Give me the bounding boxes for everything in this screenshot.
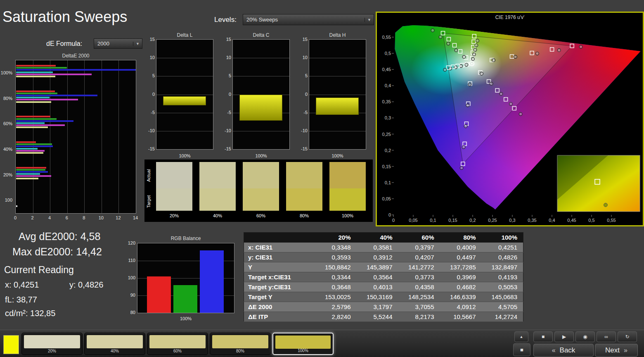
stop-button[interactable]: ■ — [533, 331, 553, 342]
patch-color-20% — [24, 335, 80, 348]
row-label: Target Y — [244, 292, 315, 302]
current-fl: fL: 38,77 — [5, 295, 37, 305]
y-tick-label: 5 — [145, 73, 155, 79]
patch-button-20%[interactable]: 20% — [21, 333, 83, 355]
row-label: y: CIE31 — [244, 252, 315, 262]
y-tick-label: -15 — [298, 146, 308, 152]
next-button[interactable]: Next » — [595, 344, 638, 357]
bar-white-100 — [16, 205, 17, 207]
bar-green-80% — [16, 93, 57, 94]
patch-label-60%: 60% — [147, 349, 208, 353]
active-patch-swatch[interactable] — [3, 335, 19, 354]
y-tick-label: 10 — [145, 55, 155, 60]
bar-red-20% — [16, 167, 46, 169]
bar-magenta-100% — [16, 74, 92, 75]
y-tick-label: 0,05 — [382, 196, 391, 201]
x-tick-label: 14 — [131, 215, 140, 221]
measured-marker-blue-100 — [460, 167, 463, 170]
x-tick-label: 0 — [11, 215, 19, 221]
patch-button-80%[interactable]: 80% — [210, 333, 271, 355]
swatch-column-80%: 80% — [286, 162, 322, 218]
x-tick-label: 0,35 — [528, 218, 536, 223]
gridline — [67, 60, 68, 213]
table-cell: 0,3797 — [398, 243, 440, 252]
swatch-column-100%: 100% — [329, 162, 366, 218]
chevron-down-icon: ▼ — [365, 18, 374, 22]
table-row: Target x:CIE310,33440,35640,37730,39690,… — [244, 272, 523, 282]
bar-yellow-100% — [16, 76, 55, 77]
gridline — [118, 60, 119, 213]
patch-button-40%[interactable]: 40% — [84, 333, 145, 355]
column-header-60%: 60% — [398, 233, 440, 243]
swatch-target-20% — [156, 188, 192, 211]
actual-target-strip: Actual Target 20%40%60%80%100% — [144, 159, 373, 222]
levels-dropdown[interactable]: 20% Sweeps ▼ — [243, 14, 374, 25]
current-x: x: 0,4251 — [5, 280, 39, 290]
table-cell: 0,4826 — [482, 252, 523, 262]
refresh-icon: ↻ — [625, 334, 629, 340]
rgb-balance-title: RGB Balance — [137, 236, 234, 241]
patch-button-100%[interactable]: 100% — [272, 333, 334, 355]
table-cell: 0,4497 — [440, 252, 482, 262]
deltae2000-y-axis: 100%80%60%40%20%100 — [1, 60, 14, 214]
gridline — [33, 60, 33, 213]
y-tick-label: 0,1 — [385, 180, 391, 185]
play-button[interactable]: ▶ — [554, 331, 574, 342]
current-reading-label: Current Reading — [4, 264, 74, 276]
bar-green-20% — [16, 169, 45, 171]
chevron-right-icon: » — [624, 347, 627, 354]
table-cell: 145,0683 — [482, 292, 523, 302]
table-corner — [244, 233, 315, 243]
transport-controls: ■▶◉∞↻ — [533, 331, 639, 343]
bar-red-100% — [16, 65, 56, 67]
delta-c-title: Delta C — [232, 32, 290, 38]
gridline — [102, 60, 102, 213]
current-cdm2: cd/m²: 132,85 — [5, 309, 55, 318]
row-label: ΔE 2000 — [244, 302, 315, 312]
y-tick-label: 110 — [124, 257, 135, 263]
table-cell: 0,4009 — [440, 243, 482, 252]
table-cell: 4,5705 — [482, 302, 523, 312]
zoom-inset-measured-dot — [604, 203, 608, 207]
patch-button-60%[interactable]: 60% — [147, 333, 208, 355]
delta-c-bar — [239, 95, 282, 121]
measured-marker-yellow-60 — [474, 48, 477, 52]
x-axis-label: 100% — [309, 153, 366, 159]
deltae2000-x-axis: 02468101214 — [15, 215, 136, 221]
de-formula-dropdown[interactable]: 2000 ▼ — [94, 38, 142, 49]
row-label: Y — [244, 262, 315, 272]
gridline — [233, 58, 289, 58]
patch-label-40%: 40% — [85, 349, 145, 353]
play-icon: ▶ — [562, 334, 566, 340]
chevron-left-icon: « — [552, 347, 556, 354]
table-cell: 0,4251 — [482, 243, 523, 252]
y-tick-label: 15 — [145, 36, 155, 42]
delta-c-chart: Delta C 151050-5-10-15100% — [222, 32, 290, 160]
refresh-button[interactable]: ↻ — [618, 331, 637, 342]
target-row-label: Target — [146, 190, 151, 213]
collapse-toolbar-button[interactable]: ▲ — [514, 331, 528, 342]
arrow-up-icon: ▲ — [520, 335, 523, 339]
measured-marker-magenta-40 — [490, 82, 493, 86]
x-tick-label: 0,15 — [448, 218, 457, 223]
patch-window-button[interactable]: ■ — [513, 343, 530, 356]
measured-marker-blue-80 — [462, 145, 465, 149]
gridline — [156, 76, 213, 76]
y-tick-label: -10 — [222, 128, 231, 133]
deltae2000-plot — [15, 60, 136, 214]
table-row: y: CIE310,35930,39120,42070,44970,4826 — [244, 252, 523, 262]
de-formula-label: dE Formula: — [46, 40, 82, 48]
measure-button[interactable]: ◉ — [575, 331, 595, 342]
delta-h-title: Delta H — [309, 32, 366, 38]
table-cell: 153,0025 — [315, 292, 357, 302]
delta-h-plot — [309, 39, 366, 150]
measure-icon: ◉ — [583, 334, 587, 340]
delta-l-bar — [163, 96, 206, 105]
continuous-button[interactable]: ∞ — [597, 331, 616, 342]
gridline — [156, 95, 213, 95]
swatch-column-60%: 60% — [243, 162, 279, 218]
bar-blue-100% — [16, 69, 136, 71]
back-button[interactable]: « Back — [533, 344, 594, 357]
next-label: Next — [605, 346, 620, 355]
table-cell: 150,8842 — [315, 262, 357, 272]
